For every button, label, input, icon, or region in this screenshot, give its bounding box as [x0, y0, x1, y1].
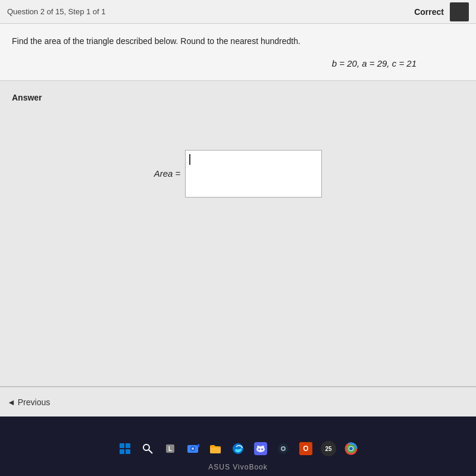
answer-label: Answer — [12, 93, 464, 102]
search-icon[interactable] — [138, 439, 157, 458]
svg-rect-3 — [126, 449, 130, 454]
office-icon[interactable]: O — [296, 439, 315, 458]
question-title: Question 2 of 15, Step 1 of 1 — [7, 7, 106, 16]
area-label-text: Area = — [154, 168, 181, 178]
camera-icon[interactable] — [183, 439, 202, 458]
edge-icon[interactable] — [228, 439, 248, 458]
svg-point-28 — [349, 447, 353, 450]
svg-point-4 — [143, 444, 149, 450]
svg-point-16 — [261, 449, 263, 450]
svg-point-12 — [233, 443, 243, 454]
svg-text:L: L — [168, 446, 172, 452]
svg-point-21 — [282, 447, 284, 450]
l-icon[interactable]: L — [161, 439, 180, 458]
text-cursor — [189, 154, 190, 165]
notification-badge[interactable]: 25 — [319, 439, 338, 458]
correct-badge: Correct — [414, 7, 444, 17]
question-area: Find the area of the triangle described … — [0, 24, 476, 81]
svg-point-15 — [258, 449, 260, 450]
steam-icon[interactable] — [274, 439, 293, 458]
svg-line-5 — [149, 450, 152, 453]
svg-point-10 — [192, 447, 194, 450]
main-content: Find the area of the triangle described … — [0, 24, 476, 416]
svg-rect-2 — [120, 449, 124, 454]
equation-text: b = 20, a = 29, c = 21 — [332, 58, 416, 68]
taskbar: L — [0, 416, 476, 476]
svg-rect-1 — [126, 443, 130, 448]
top-bar-right: Correct — [414, 2, 469, 21]
previous-button[interactable]: ◄ Previous — [7, 397, 50, 407]
svg-text:O: O — [303, 444, 308, 453]
equation-display: b = 20, a = 29, c = 21 — [12, 58, 464, 68]
taskbar-brand: ASUS VivoBook — [208, 463, 268, 476]
answer-section: Answer Area = — [0, 81, 476, 386]
discord-icon[interactable] — [251, 439, 270, 458]
svg-rect-18 — [262, 446, 264, 447]
taskbar-icons: L — [115, 434, 361, 463]
bottom-nav-bar: ◄ Previous — [0, 387, 476, 416]
top-bar: Question 2 of 15, Step 1 of 1 Correct — [0, 0, 476, 24]
dark-square-icon — [450, 2, 469, 21]
svg-rect-0 — [120, 443, 124, 448]
chrome-icon[interactable] — [342, 439, 361, 458]
area-input-box[interactable] — [185, 150, 322, 198]
svg-rect-17 — [257, 446, 259, 447]
area-row: Area = — [12, 150, 464, 198]
folder-icon[interactable] — [206, 439, 225, 458]
badge-number: 25 — [321, 441, 336, 456]
windows-start-icon[interactable] — [115, 439, 134, 458]
question-instruction: Find the area of the triangle described … — [12, 36, 464, 48]
